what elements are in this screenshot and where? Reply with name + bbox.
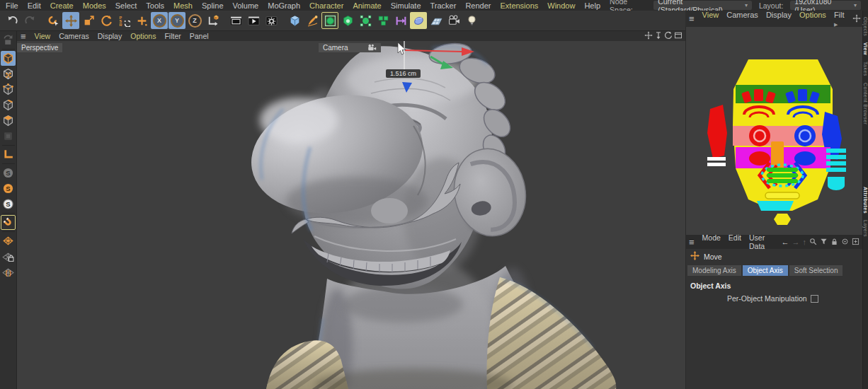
side-tab-takes[interactable]: Takes	[863, 62, 868, 76]
menu-help[interactable]: Help	[584, 1, 600, 10]
menu-simulate[interactable]: Simulate	[391, 1, 421, 10]
undo-icon[interactable]	[4, 12, 21, 29]
solo-single-icon[interactable]: S	[1, 181, 16, 196]
simulation-icon[interactable]	[410, 12, 427, 29]
rotate-tool-icon[interactable]	[98, 12, 115, 29]
perspective-viewport[interactable]: Perspective Camera 1.516 cm	[17, 41, 685, 389]
field-icon[interactable]	[392, 12, 409, 29]
menu-icon[interactable]: ≡	[689, 238, 695, 247]
move-tool-icon[interactable]	[62, 12, 79, 29]
menu-window[interactable]: Window	[547, 1, 575, 10]
node-space-dropdown[interactable]: Current (Standard/Physical)▾	[653, 1, 752, 10]
viewport-camera-label[interactable]: Camera	[319, 43, 381, 52]
side-tab-content-browser[interactable]: Content Browser	[863, 83, 868, 125]
menu-tracker[interactable]: Tracker	[430, 1, 457, 10]
workplane-lock-icon[interactable]	[1, 249, 16, 264]
attr-menu-edit[interactable]: Edit	[729, 233, 741, 250]
right-menu-view[interactable]: View	[702, 11, 719, 28]
right-menu-cameras[interactable]: Cameras	[726, 11, 758, 28]
coordinate-system-icon[interactable]	[204, 12, 221, 29]
menu-tools[interactable]: Tools	[146, 1, 164, 10]
psr-tool-icon[interactable]: PSR	[115, 12, 132, 29]
viewport-view-label[interactable]: Perspective	[17, 43, 62, 52]
subdivision-surface-icon[interactable]	[321, 12, 338, 29]
scale-tool-icon[interactable]	[80, 12, 97, 29]
menu-render[interactable]: Render	[465, 1, 491, 10]
tab-modeling-axis[interactable]: Modeling Axis	[687, 265, 741, 276]
add-box-icon[interactable]	[852, 238, 860, 247]
lock-y-icon[interactable]: Y	[169, 12, 185, 29]
forward-icon[interactable]: →	[792, 238, 800, 246]
pan-icon[interactable]	[852, 14, 861, 24]
attr-menu-mode[interactable]: Mode	[702, 233, 721, 250]
camera-icon[interactable]	[445, 12, 462, 29]
render-picture-viewer-icon[interactable]	[245, 12, 262, 29]
point-mode-icon[interactable]	[1, 82, 16, 97]
right-viewport[interactable]	[685, 27, 862, 235]
viewport-menu-view[interactable]: View	[35, 32, 51, 40]
axis-modifier-icon[interactable]	[133, 12, 150, 29]
rotate-view-icon[interactable]	[664, 31, 673, 41]
menu-mograph[interactable]: MoGraph	[268, 1, 300, 10]
uv-mode-icon[interactable]	[1, 129, 16, 144]
viewport-menu-panel[interactable]: Panel	[190, 32, 209, 40]
layout-dropdown[interactable]: 1920x1080 (User)▾	[790, 1, 861, 10]
back-icon[interactable]: ←	[782, 238, 789, 246]
menu-icon[interactable]: ≡	[21, 32, 26, 41]
right-menu-filt[interactable]: Filt ▶	[834, 11, 845, 28]
target-icon[interactable]	[841, 238, 849, 247]
floor-icon[interactable]	[428, 12, 445, 29]
workplane-icon[interactable]: ( )	[1, 265, 16, 279]
render-settings-icon[interactable]	[263, 12, 280, 29]
menu-character[interactable]: Character	[309, 1, 343, 10]
convert-icon[interactable]	[1, 33, 16, 47]
volume-icon[interactable]	[339, 12, 356, 29]
filter-icon[interactable]	[820, 238, 828, 247]
menu-extensions[interactable]: Extensions	[500, 1, 538, 10]
menu-animate[interactable]: Animate	[353, 1, 381, 10]
right-menu-display[interactable]: Display	[766, 11, 792, 28]
side-tab-attributes[interactable]: Attributes	[863, 187, 868, 214]
menu-select[interactable]: Select	[115, 1, 137, 10]
deformer-icon[interactable]	[357, 12, 374, 29]
menu-spline[interactable]: Spline	[202, 1, 224, 10]
lock-z-icon[interactable]: Z	[186, 12, 203, 29]
per-object-manipulation-checkbox[interactable]	[811, 295, 818, 303]
menu-file[interactable]: File	[6, 1, 18, 10]
light-icon[interactable]	[463, 12, 480, 29]
snap-icon[interactable]	[1, 215, 16, 230]
menu-modes[interactable]: Modes	[83, 1, 106, 10]
menu-create[interactable]: Create	[50, 1, 74, 10]
redo-icon[interactable]	[21, 12, 38, 29]
tab-soft-selection[interactable]: Soft Selection	[789, 265, 843, 276]
pan-icon[interactable]	[644, 31, 653, 41]
viewport-menu-cameras[interactable]: Cameras	[59, 32, 89, 40]
polygon-mode-icon[interactable]	[1, 113, 16, 128]
model-mode-icon[interactable]	[1, 51, 16, 66]
side-tab-objects[interactable]: Objects	[863, 17, 868, 36]
lock-icon[interactable]	[830, 238, 838, 247]
enable-axis-icon[interactable]	[1, 147, 16, 162]
viewport-menu-display[interactable]: Display	[98, 32, 122, 40]
quantize-icon[interactable]	[1, 233, 16, 248]
texture-mode-icon[interactable]	[1, 66, 16, 81]
viewport-menu-filter[interactable]: Filter	[164, 32, 181, 40]
lock-x-icon[interactable]: X	[151, 12, 168, 29]
right-menu-options[interactable]: Options	[799, 11, 826, 28]
search-icon[interactable]	[809, 238, 817, 247]
menu-edit[interactable]: Edit	[28, 1, 41, 10]
menu-icon[interactable]: ≡	[689, 14, 695, 23]
side-tab-view[interactable]: View	[863, 42, 868, 55]
dolly-icon[interactable]	[654, 31, 663, 41]
up-icon[interactable]: ↑	[803, 238, 807, 246]
primitive-cube-icon[interactable]	[286, 12, 303, 29]
live-selection-icon[interactable]	[45, 12, 62, 29]
viewport-menu-options[interactable]: Options	[130, 32, 156, 40]
attr-menu-user-data[interactable]: User Data	[749, 233, 774, 250]
menu-volume[interactable]: Volume	[233, 1, 259, 10]
solo-off-icon[interactable]: S	[1, 166, 16, 180]
side-tab-layers[interactable]: Layers	[863, 220, 868, 237]
tab-object-axis[interactable]: Object Axis	[743, 265, 788, 276]
menu-mesh[interactable]: Mesh	[173, 1, 193, 10]
maximize-icon[interactable]	[674, 31, 683, 41]
